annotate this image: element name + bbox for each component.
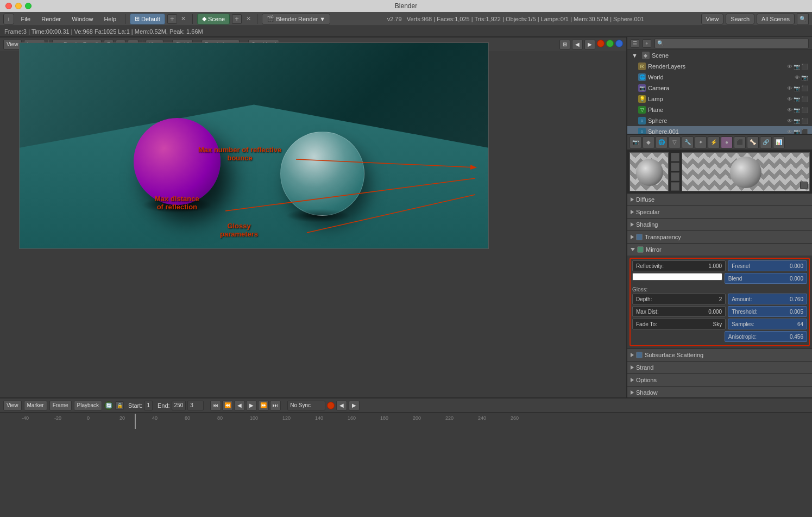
outliner-item-world[interactable]: 🌐 World 👁 📷 bbox=[627, 72, 812, 83]
prop-bone-icon[interactable]: 🦴 bbox=[747, 136, 759, 148]
anisotropic-field[interactable]: Anisotropic: 0.456 bbox=[725, 331, 807, 342]
timeline-view-button[interactable]: View bbox=[3, 401, 22, 410]
current-frame-value[interactable]: 3 bbox=[187, 401, 204, 410]
depth-field[interactable]: Depth: 2 bbox=[632, 294, 726, 304]
add-scene-button[interactable]: + bbox=[232, 14, 242, 24]
fresnel-field[interactable]: Fresnel 0.000 bbox=[728, 260, 807, 271]
prop-modifier-icon[interactable]: 🔧 bbox=[682, 136, 694, 148]
outliner-item-camera[interactable]: 📷 Camera 👁 📷 ⬛ bbox=[627, 83, 812, 94]
maximize-button[interactable] bbox=[25, 3, 32, 9]
vp-extra-btn2[interactable]: ◀ bbox=[572, 40, 583, 49]
shadow-header[interactable]: Shadow bbox=[627, 387, 812, 397]
scene-selector[interactable]: ◆ Scene bbox=[197, 14, 230, 24]
specular-header[interactable]: Specular bbox=[627, 206, 812, 218]
vp-extra-btn1[interactable]: ⊞ bbox=[559, 40, 570, 49]
outliner-item-sphere001[interactable]: ○ Sphere.001 👁 📷 ⬛ bbox=[627, 126, 812, 135]
no-sync-selector[interactable]: No Sync bbox=[287, 401, 325, 410]
play-button[interactable]: ▶ bbox=[246, 401, 257, 410]
maxdist-field[interactable]: Max Dist: 0.000 bbox=[632, 306, 726, 317]
render-engine-selector[interactable]: 🎬 Blender Render ▼ bbox=[262, 14, 330, 24]
transparency-checkbox[interactable] bbox=[636, 234, 643, 240]
timeline-playback-button[interactable]: Playback bbox=[74, 401, 103, 410]
preview-control[interactable] bbox=[800, 182, 808, 189]
record-button[interactable] bbox=[327, 402, 335, 409]
mirror-color-bar[interactable] bbox=[632, 273, 722, 281]
layout-selector[interactable]: ⊞ Default bbox=[130, 14, 165, 24]
prop-object-icon[interactable]: ▽ bbox=[669, 136, 681, 148]
jump-start-button[interactable]: ⏮ bbox=[210, 401, 221, 410]
vp-circle-green[interactable] bbox=[606, 40, 614, 47]
reflectivity-field[interactable]: Reflectivity: 1.000 bbox=[632, 260, 726, 271]
mirror-header[interactable]: Mirror bbox=[627, 244, 812, 256]
outliner-item-plane[interactable]: ▽ Plane 👁 📷 ⬛ bbox=[627, 104, 812, 115]
timeline-marker-button[interactable]: Marker bbox=[24, 401, 47, 410]
play-reverse-button[interactable]: ◀ bbox=[234, 401, 245, 410]
scene-icon: ◆ bbox=[202, 15, 206, 22]
shading-header[interactable]: Shading bbox=[627, 219, 812, 231]
prop-world-icon[interactable]: 🌐 bbox=[656, 136, 668, 148]
timeline-frame-button[interactable]: Frame bbox=[49, 401, 72, 410]
info-button[interactable]: i bbox=[3, 14, 14, 24]
prop-texture-icon[interactable]: ⬛ bbox=[734, 136, 746, 148]
threshold-field[interactable]: Threshold: 0.005 bbox=[728, 306, 807, 317]
start-value[interactable]: 1 bbox=[144, 401, 153, 410]
prop-data-icon[interactable]: 📊 bbox=[773, 136, 785, 148]
remove-layout-button[interactable]: ✕ bbox=[179, 15, 188, 23]
transparency-header[interactable]: Transparency bbox=[627, 231, 812, 243]
mirror-checkbox[interactable] bbox=[637, 246, 644, 253]
camera-name: Camera bbox=[648, 85, 669, 91]
samples-field[interactable]: Samples: 64 bbox=[728, 319, 807, 329]
diffuse-header[interactable]: Diffuse bbox=[627, 194, 812, 205]
side-thumb-4[interactable] bbox=[671, 182, 679, 191]
add-layout-button[interactable]: + bbox=[167, 14, 177, 24]
blend-field[interactable]: Blend 0.000 bbox=[725, 273, 807, 284]
window-menu[interactable]: Window bbox=[67, 15, 97, 23]
outliner-item-lamp[interactable]: 💡 Lamp 👁 📷 ⬛ bbox=[627, 94, 812, 104]
viewport[interactable]: Max number of reflective bounce Max bbox=[0, 37, 627, 397]
vp-circle-blue[interactable] bbox=[615, 40, 623, 47]
zoom-button[interactable]: 🔍 bbox=[797, 13, 809, 25]
sync-indicator[interactable]: 🔄 bbox=[104, 401, 113, 410]
side-thumb-1[interactable] bbox=[671, 153, 679, 161]
diffuse-expand-icon bbox=[631, 197, 634, 202]
remove-scene-button[interactable]: ✕ bbox=[244, 15, 253, 23]
step-forward-button[interactable]: ⏩ bbox=[258, 401, 269, 410]
subsurface-header[interactable]: Subsurface Scattering bbox=[627, 349, 812, 361]
end-value[interactable]: 250 bbox=[172, 401, 186, 410]
vp-extra-btn3[interactable]: ▶ bbox=[584, 40, 595, 49]
outliner-item-sphere[interactable]: ○ Sphere 👁 📷 ⬛ bbox=[627, 115, 812, 126]
prop-scene-icon[interactable]: ◆ bbox=[643, 136, 654, 148]
side-thumb-2[interactable] bbox=[671, 163, 679, 171]
prop-material-icon[interactable]: ● bbox=[721, 136, 733, 148]
outliner-tool-1[interactable]: ☰ bbox=[631, 39, 639, 48]
extra-btn-2[interactable]: ▶ bbox=[349, 401, 360, 410]
fadeto-field[interactable]: Fade To: Sky bbox=[632, 319, 726, 329]
shadow-section: Shadow bbox=[627, 387, 812, 397]
outliner-item-renderlayers[interactable]: R RenderLayers 👁 📷 ⬛ bbox=[627, 61, 812, 72]
step-back-button[interactable]: ⏪ bbox=[222, 401, 233, 410]
outliner-item-scene[interactable]: ▼ ◆ Scene bbox=[627, 50, 812, 61]
options-header[interactable]: Options bbox=[627, 374, 812, 386]
file-menu[interactable]: File bbox=[16, 15, 35, 23]
render-menu[interactable]: Render bbox=[37, 15, 65, 23]
extra-btn-1[interactable]: ◀ bbox=[336, 401, 347, 410]
side-thumb-3[interactable] bbox=[671, 172, 679, 181]
lock-button[interactable]: 🔒 bbox=[115, 401, 124, 410]
outliner-search[interactable]: 🔍 bbox=[654, 39, 809, 48]
vp-circle-red[interactable] bbox=[597, 40, 605, 47]
prop-physics-icon[interactable]: ⚡ bbox=[708, 136, 720, 148]
prop-render-icon[interactable]: 📷 bbox=[630, 136, 641, 148]
amount-field[interactable]: Amount: 0.760 bbox=[728, 294, 807, 304]
search-button[interactable]: Search bbox=[726, 14, 754, 24]
help-menu[interactable]: Help bbox=[99, 15, 121, 23]
strand-header[interactable]: Strand bbox=[627, 362, 812, 373]
jump-end-button[interactable]: ⏭ bbox=[270, 401, 281, 410]
view-button[interactable]: View bbox=[701, 14, 724, 24]
subsurface-checkbox[interactable] bbox=[636, 352, 643, 358]
minimize-button[interactable] bbox=[15, 3, 22, 9]
all-scenes-button[interactable]: All Scenes bbox=[757, 14, 795, 24]
close-button[interactable] bbox=[5, 3, 12, 9]
outliner-tool-2[interactable]: + bbox=[643, 39, 651, 48]
prop-particles-icon[interactable]: ✦ bbox=[695, 136, 707, 148]
prop-constraint-icon[interactable]: 🔗 bbox=[760, 136, 772, 148]
